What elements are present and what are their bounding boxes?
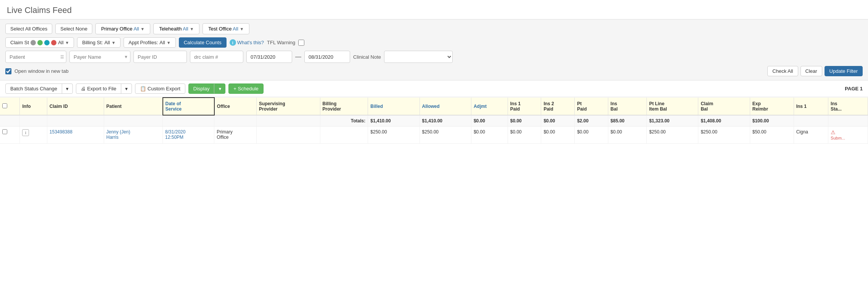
export-arrow-icon[interactable]: ▼: [121, 85, 132, 93]
info-icon[interactable]: i: [22, 129, 29, 136]
col-pt-paid: PtPaid: [575, 98, 608, 115]
row-office: PrimaryOffice: [214, 127, 257, 144]
row-pt-paid: $0.00: [575, 127, 608, 144]
open-window-checkbox[interactable]: [5, 68, 11, 74]
totals-billed: $1,410.00: [368, 115, 420, 127]
claim-status-dropdown[interactable]: Claim St All ▼: [5, 37, 74, 48]
test-office-value: All: [233, 26, 238, 32]
dos-link[interactable]: 8/31/202012:50PM: [165, 129, 185, 140]
billing-st-dropdown[interactable]: Billing St: All ▼: [77, 37, 121, 48]
appt-profiles-label: Appt Profiles:: [129, 40, 158, 45]
drc-claim-input[interactable]: [190, 51, 243, 63]
row-pt-line-item-bal: $250.00: [647, 127, 698, 144]
totals-pt-line-item-bal: $1,323.00: [647, 115, 698, 127]
table-header-row: Info Claim ID Patient Date ofService Off…: [0, 98, 868, 115]
claims-table-container: Info Claim ID Patient Date ofService Off…: [0, 97, 868, 144]
schedule-button[interactable]: + Schedule: [228, 83, 263, 94]
batch-status-change-button[interactable]: Batch Status Change ▼: [5, 83, 73, 94]
totals-label: Totals:: [320, 115, 368, 127]
batch-status-main[interactable]: Batch Status Change: [6, 84, 62, 93]
patient-list-icon: ☰: [60, 55, 64, 59]
patient-input[interactable]: [5, 51, 66, 63]
row-patient: Jenny (Jen)Harris: [104, 127, 162, 144]
batch-status-arrow-icon[interactable]: ▼: [62, 85, 72, 93]
test-office-arrow-icon: ▼: [240, 27, 244, 31]
toolbar-left: Batch Status Change ▼ 🖨 Export to File ▼…: [5, 83, 264, 94]
primary-office-dropdown[interactable]: Primary Office All ▼: [95, 23, 150, 34]
tfl-warning-label: TFL Warning: [267, 40, 295, 45]
date-to-input[interactable]: [304, 51, 350, 63]
warning-icon: ⚠: [831, 129, 836, 135]
row-supervising: [257, 127, 320, 144]
select-all-offices-button[interactable]: Select All Offices: [5, 24, 52, 34]
print-icon: 🖨: [81, 86, 86, 92]
ins-status-text: Subm...: [831, 136, 845, 140]
whats-this-link[interactable]: i What's this?: [230, 39, 264, 46]
select-none-button[interactable]: Select None: [55, 24, 92, 34]
row-checkbox: [0, 127, 20, 144]
totals-ins2-paid: $0.00: [541, 115, 575, 127]
col-dos[interactable]: Date ofService: [163, 98, 214, 115]
office-filter-row: Select All Offices Select None Primary O…: [5, 23, 863, 34]
display-button[interactable]: Display ▼: [188, 83, 226, 94]
totals-blank-1: [0, 115, 20, 127]
telehealth-dropdown[interactable]: Telehealth All ▼: [153, 23, 199, 34]
status-filter-row: Claim St All ▼ Billing St: All ▼ Appt Pr…: [5, 37, 863, 48]
col-office: Office: [214, 98, 257, 115]
tfl-warning-checkbox[interactable]: [298, 40, 304, 46]
totals-blank-3: [47, 115, 104, 127]
clinical-note-label: Clinical Note: [353, 54, 381, 60]
custom-export-button[interactable]: 📋 Custom Export: [135, 83, 185, 94]
appt-profiles-value: All: [159, 40, 165, 45]
clinical-note-select[interactable]: [384, 51, 453, 63]
open-window-label: Open window in new tab: [14, 68, 69, 74]
check-all-button[interactable]: Check All: [767, 66, 798, 76]
totals-pt-paid: $2.00: [575, 115, 608, 127]
row-ins-sta: ⚠ Subm...: [828, 127, 868, 144]
col-claim-bal: ClaimBal: [698, 98, 750, 115]
payer-id-input[interactable]: [133, 51, 187, 63]
totals-exp-reimb: $100.00: [750, 115, 794, 127]
row-ins1: Cigna: [794, 127, 828, 144]
filter-area: Select All Offices Select None Primary O…: [0, 19, 868, 80]
export-main[interactable]: 🖨 Export to File: [76, 84, 121, 93]
col-adjmt: Adjmt: [471, 98, 508, 115]
open-window-right: Check All Clear Update Filter: [767, 66, 863, 76]
appt-profiles-dropdown[interactable]: Appt Profiles: All ▼: [124, 37, 176, 48]
page-title: Live Claims Feed: [7, 5, 861, 15]
col-ins-bal: InsBal: [608, 98, 646, 115]
totals-blank-7: [257, 115, 320, 127]
col-allowed: Allowed: [420, 98, 471, 115]
col-ins2-paid: Ins 2Paid: [541, 98, 575, 115]
row-dos: 8/31/202012:50PM: [163, 127, 214, 144]
claim-st-label: Claim St: [10, 40, 29, 45]
row-select-checkbox[interactable]: [2, 129, 7, 134]
col-checkbox: [0, 98, 20, 115]
row-exp-reimb: $50.00: [750, 127, 794, 144]
billing-st-label: Billing St:: [82, 40, 103, 45]
patient-link[interactable]: Jenny (Jen)Harris: [106, 129, 130, 140]
select-all-checkbox[interactable]: [2, 103, 7, 108]
col-ins-sta: InsSta...: [828, 98, 868, 115]
totals-blank-8: [794, 115, 828, 127]
display-main[interactable]: Display: [189, 84, 215, 93]
calculate-counts-button[interactable]: Calculate Counts: [179, 37, 227, 48]
row-claim-bal: $250.00: [698, 127, 750, 144]
col-pt-line-item-bal: Pt LineItem Bal: [647, 98, 698, 115]
dot-red-icon: [51, 40, 56, 45]
test-office-dropdown[interactable]: Test Office All ▼: [203, 23, 249, 34]
row-ins-bal: $0.00: [608, 127, 646, 144]
export-to-file-button[interactable]: 🖨 Export to File ▼: [76, 83, 132, 94]
claim-id-link[interactable]: 153498388: [50, 129, 72, 135]
clear-button[interactable]: Clear: [800, 66, 822, 76]
totals-ins-bal: $85.00: [608, 115, 646, 127]
payer-name-input[interactable]: [69, 51, 130, 63]
col-ins1-paid: Ins 1Paid: [508, 98, 541, 115]
claims-table: Info Claim ID Patient Date ofService Off…: [0, 97, 868, 144]
update-filter-button[interactable]: Update Filter: [825, 66, 863, 76]
row-claim-id: 153498388: [47, 127, 104, 144]
totals-blank-4: [104, 115, 162, 127]
primary-office-label: Primary Office: [101, 26, 133, 32]
date-from-input[interactable]: [246, 51, 292, 63]
display-arrow-icon[interactable]: ▼: [214, 85, 225, 93]
